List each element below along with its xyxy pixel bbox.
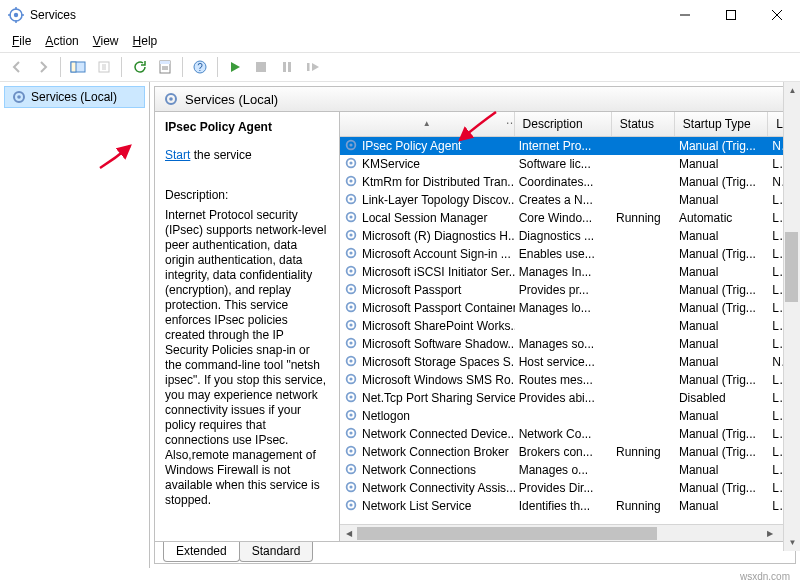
table-row[interactable]: Microsoft SharePoint Works...ManualLoc [340,317,795,335]
table-row[interactable]: Link-Layer Topology Discov...Creates a N… [340,191,795,209]
service-description: Network Co... [515,427,612,441]
service-name: Network Connected Device... [362,427,515,441]
svg-point-52 [349,359,352,362]
service-startup: Manual (Trig... [675,283,768,297]
table-row[interactable]: NetlogonManualLoc [340,407,795,425]
table-row[interactable]: Network Connectivity Assis...Provides Di… [340,479,795,497]
service-description: Manages o... [515,463,612,477]
service-name: Microsoft Software Shadow... [362,337,515,351]
table-row[interactable]: Microsoft (R) Diagnostics H...Diagnostic… [340,227,795,245]
service-startup: Manual [675,409,768,423]
export-button[interactable] [92,55,116,79]
gear-icon [344,354,358,371]
service-startup: Manual (Trig... [675,427,768,441]
tab-standard[interactable]: Standard [239,542,314,562]
show-hide-tree-button[interactable] [66,55,90,79]
table-row[interactable]: Microsoft PassportProvides pr...Manual (… [340,281,795,299]
pause-service-button[interactable] [275,55,299,79]
table-row[interactable]: Network ConnectionsManages o...ManualLoc [340,461,795,479]
service-status: Running [612,211,675,225]
table-row[interactable]: IPsec Policy AgentInternet Pro...Manual … [340,137,795,155]
service-description: Coordinates... [515,175,612,189]
tree-node-services-local[interactable]: Services (Local) [4,86,145,108]
table-row[interactable]: Microsoft iSCSI Initiator Ser...Manages … [340,263,795,281]
start-service-link[interactable]: Start [165,148,190,162]
service-startup: Automatic [675,211,768,225]
service-description: Diagnostics ... [515,229,612,243]
svg-point-60 [349,431,352,434]
services-app-icon [8,7,24,23]
svg-point-64 [349,467,352,470]
service-startup: Manual [675,265,768,279]
svg-rect-7 [727,11,736,20]
close-button[interactable] [754,0,800,30]
service-description: Provides pr... [515,283,612,297]
table-row[interactable]: Net.Tcp Port Sharing ServiceProvides abi… [340,389,795,407]
gear-icon [344,372,358,389]
back-button[interactable] [5,55,29,79]
stop-service-button[interactable] [249,55,273,79]
service-startup: Manual (Trig... [675,373,768,387]
service-startup: Manual (Trig... [675,481,768,495]
svg-point-26 [169,97,173,101]
window-title: Services [30,8,76,22]
window-titlebar: Services [0,0,800,30]
table-row[interactable]: Network Connection BrokerBrokers con...R… [340,443,795,461]
table-row[interactable]: KtmRm for Distributed Tran...Coordinates… [340,173,795,191]
table-row[interactable]: Microsoft Software Shadow...Manages so..… [340,335,795,353]
gear-icon [344,462,358,479]
refresh-button[interactable] [127,55,151,79]
maximize-button[interactable] [708,0,754,30]
svg-point-68 [349,503,352,506]
description-body: Internet Protocol security (IPsec) suppo… [165,208,329,508]
service-name: Microsoft Storage Spaces S... [362,355,515,369]
minimize-button[interactable] [662,0,708,30]
table-row[interactable]: Microsoft Account Sign-in ...Enables use… [340,245,795,263]
svg-point-58 [349,413,352,416]
forward-button[interactable] [31,55,55,79]
vertical-scrollbar[interactable]: ▲ ▼ [783,82,800,551]
column-description[interactable]: Description [515,112,612,136]
tab-extended[interactable]: Extended [163,542,240,562]
table-row[interactable]: Microsoft Windows SMS Ro...Routes mes...… [340,371,795,389]
tab-strip: Extended Standard [154,542,796,564]
menu-action[interactable]: Action [39,32,84,50]
service-description: Brokers con... [515,445,612,459]
svg-point-24 [17,95,21,99]
column-status[interactable]: Status [612,112,675,136]
service-name: Microsoft Passport [362,283,461,297]
restart-service-button[interactable] [301,55,325,79]
table-row[interactable]: Microsoft Storage Spaces S...Host servic… [340,353,795,371]
service-startup: Manual [675,499,768,513]
content-header-label: Services (Local) [185,92,278,107]
table-row[interactable]: KMServiceSoftware lic...ManualLoc [340,155,795,173]
properties-button[interactable] [153,55,177,79]
service-name: Link-Layer Topology Discov... [362,193,515,207]
service-startup: Manual [675,463,768,477]
table-row[interactable]: Local Session ManagerCore Windo...Runnin… [340,209,795,227]
menu-help[interactable]: Help [127,32,164,50]
table-row[interactable]: Network Connected Device...Network Co...… [340,425,795,443]
content-header: Services (Local) [154,86,796,112]
service-startup: Manual (Trig... [675,175,768,189]
service-description: Internet Pro... [515,139,612,153]
service-name: Microsoft Windows SMS Ro... [362,373,515,387]
table-row[interactable]: Microsoft Passport ContainerManages lo..… [340,299,795,317]
svg-rect-22 [307,63,310,71]
horizontal-scrollbar[interactable]: ◀ ▶ [340,524,795,541]
service-description: Core Windo... [515,211,612,225]
gear-icon [344,480,358,497]
svg-point-56 [349,395,352,398]
footer-credit: wsxdn.com [0,568,800,588]
menu-view[interactable]: View [87,32,125,50]
column-startup[interactable]: Startup Type [675,112,768,136]
start-service-button[interactable] [223,55,247,79]
column-name[interactable]: ▲ Name [340,112,515,136]
menu-file[interactable]: File [6,32,37,50]
svg-point-30 [349,161,352,164]
service-description: Provides Dir... [515,481,612,495]
table-row[interactable]: Network List ServiceIdentifies th...Runn… [340,497,795,515]
help-button[interactable]: ? [188,55,212,79]
service-name: KtmRm for Distributed Tran... [362,175,515,189]
service-description: Manages In... [515,265,612,279]
